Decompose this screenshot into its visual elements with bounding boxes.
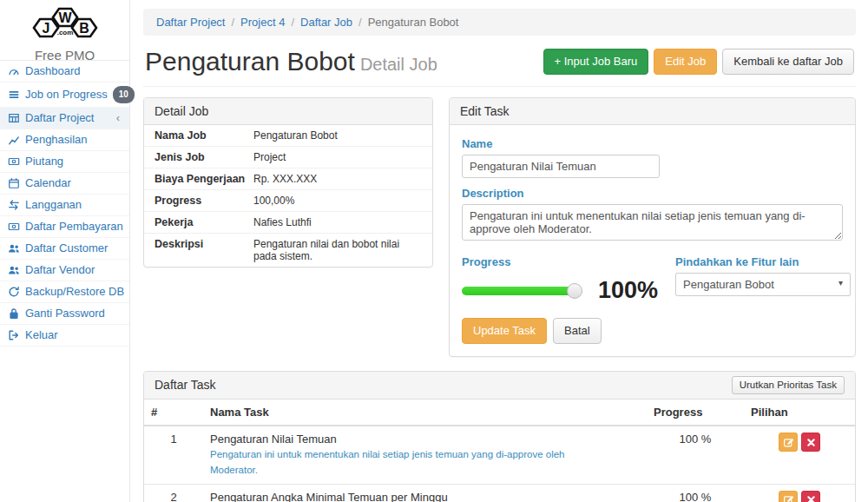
sidebar-item-penghasilan[interactable]: Penghasilan — [0, 129, 129, 151]
detail-value: Project — [253, 151, 422, 163]
users-icon — [8, 242, 20, 254]
sidebar-item-label: Piutang — [25, 155, 122, 168]
sidebar-item-label: Ganti Password — [25, 307, 122, 320]
edit-task-button[interactable] — [779, 491, 798, 502]
sidebar-item-backup-restore[interactable]: Backup/Restore DB — [0, 281, 129, 303]
task-table: # Nama Task Progress Pilihan 1 Pengatura… — [144, 400, 855, 502]
calendar-icon — [8, 177, 20, 189]
sidebar-item-label: Langganan — [25, 198, 122, 212]
detail-job-panel: Detail Job Nama Job Pengaturan Bobot Jen… — [143, 97, 433, 268]
delete-task-button[interactable] — [801, 491, 820, 502]
detail-label: Progress — [155, 195, 253, 207]
edit-job-button[interactable]: Edit Job — [654, 49, 717, 75]
sidebar-item-daftar-project[interactable]: Daftar Project ‹ — [0, 108, 129, 129]
input-job-baru-button[interactable]: + Input Job Baru — [543, 49, 649, 75]
breadcrumb-separator: / — [231, 16, 234, 29]
sidebar-item-ganti-password[interactable]: Ganti Password — [0, 303, 129, 325]
detail-label: Pekerja — [155, 216, 253, 228]
edit-task-panel-title: Edit Task — [450, 98, 855, 125]
breadcrumb-separator: / — [358, 16, 362, 29]
detail-value: Nafies Luthfi — [253, 216, 422, 228]
svg-text:.com: .com — [56, 29, 73, 36]
detail-row-jenis-job: Jenis Job Project — [144, 147, 432, 168]
breadcrumb-separator: / — [291, 16, 294, 29]
refresh-icon — [8, 286, 20, 298]
column-header-num: # — [144, 400, 203, 426]
sidebar-item-label: Keluar — [25, 328, 122, 342]
detail-value: Rp. XXX.XXX — [253, 173, 422, 185]
money-icon — [8, 155, 20, 168]
sidebar-item-label: Job on Progress — [25, 88, 108, 102]
detail-label: Deskripsi — [155, 238, 253, 262]
sidebar-item-daftar-vendor[interactable]: Daftar Vendor — [0, 260, 129, 281]
progress-slider[interactable] — [462, 287, 579, 295]
breadcrumb-link-project-4[interactable]: Project 4 — [240, 16, 285, 29]
task-description: Pengaturan ini untuk menentukan nilai se… — [210, 447, 640, 478]
svg-text:J: J — [42, 21, 49, 36]
task-name: Pengaturan Angka Minimal Temuan per Ming… — [210, 491, 640, 502]
breadcrumb-link-daftar-project[interactable]: Daftar Project — [156, 16, 225, 29]
page-title: Pengaturan Bobot — [145, 47, 355, 76]
sidebar-item-calendar[interactable]: Calendar — [0, 173, 129, 195]
progress-percent-value: 100% — [598, 277, 658, 304]
edit-task-button[interactable] — [779, 433, 798, 452]
breadcrumb-link-daftar-job[interactable]: Daftar Job — [300, 16, 352, 29]
dashboard-icon — [8, 65, 20, 77]
line-chart-icon — [8, 134, 20, 146]
table-row: 1 Pengaturan Nilai Temuan Pengaturan ini… — [144, 426, 855, 484]
sidebar-item-daftar-customer[interactable]: Daftar Customer — [0, 238, 129, 260]
detail-row-pekerja: Pekerja Nafies Luthfi — [144, 212, 432, 234]
task-name: Pengaturan Nilai Temuan — [210, 433, 640, 446]
move-feature-select[interactable]: Pengaturan Bobot — [675, 273, 851, 296]
urutkan-prioritas-task-button-top[interactable]: Urutkan Prioritas Task — [732, 376, 845, 395]
task-name-input[interactable] — [462, 155, 660, 178]
detail-label: Jenis Job — [155, 151, 253, 163]
exchange-icon — [8, 199, 20, 211]
progress-label: Progress — [462, 255, 658, 268]
sidebar-nav: Dashboard Job on Progress 10 Daftar Proj… — [0, 61, 129, 347]
svg-text:W: W — [58, 10, 72, 25]
sidebar-item-label: Dashboard — [25, 64, 122, 78]
sidebar-item-label: Daftar Project — [25, 111, 111, 125]
sidebar-item-job-on-progress[interactable]: Job on Progress 10 — [0, 83, 129, 108]
sidebar-item-dashboard[interactable]: Dashboard — [0, 61, 129, 83]
sidebar-item-langganan[interactable]: Langganan — [0, 195, 129, 216]
task-description-input[interactable]: Pengaturan ini untuk menentukan nilai se… — [462, 204, 843, 241]
sidebar-item-daftar-pembayaran[interactable]: Daftar Pembayaran — [0, 216, 129, 238]
task-number: 2 — [144, 484, 203, 502]
progress-slider-handle[interactable] — [567, 283, 582, 299]
sidebar-item-label: Daftar Customer — [25, 241, 122, 255]
detail-row-deskripsi: Deskripsi Pengaturan nilai dan bobot nil… — [144, 234, 432, 267]
sidebar-item-label: Daftar Pembayaran — [25, 220, 123, 234]
daftar-task-panel: Daftar Task Urutkan Prioritas Task # Nam… — [143, 371, 856, 502]
sidebar: J W B .com Free PMO Dashboard Job on Pro… — [0, 0, 130, 502]
app-logo: J W B .com Free PMO — [0, 0, 129, 61]
edit-task-panel: Edit Task Name Description Pengaturan in… — [449, 97, 856, 357]
detail-job-panel-title: Detail Job — [144, 98, 432, 125]
table-row: 2 Pengaturan Angka Minimal Temuan per Mi… — [144, 484, 855, 502]
delete-task-button[interactable] — [801, 433, 820, 452]
update-task-button[interactable]: Update Task — [462, 318, 547, 344]
sidebar-item-label: Backup/Restore DB — [25, 285, 124, 299]
description-label: Description — [462, 187, 843, 200]
task-progress: 100 % — [647, 426, 744, 484]
sidebar-item-label: Penghasilan — [25, 133, 122, 147]
x-icon — [807, 496, 815, 502]
batal-button[interactable]: Batal — [553, 318, 602, 344]
name-label: Name — [462, 137, 843, 150]
sign-out-icon — [8, 329, 20, 341]
detail-value: Pengaturan nilai dan bobot nilai pada si… — [253, 238, 422, 262]
kembali-ke-daftar-job-button[interactable]: Kembali ke daftar Job — [722, 49, 854, 75]
task-number: 1 — [144, 426, 203, 484]
move-feature-label: Pindahkan ke Fitur lain — [675, 255, 851, 268]
breadcrumb: Daftar Project/Project 4/Daftar Job/Peng… — [143, 9, 856, 36]
sidebar-item-keluar[interactable]: Keluar — [0, 325, 129, 347]
lock-icon — [8, 307, 20, 320]
detail-value: Pengaturan Bobot — [253, 129, 422, 142]
sidebar-item-piutang[interactable]: Piutang — [0, 151, 129, 173]
sidebar-item-label: Calendar — [25, 176, 122, 190]
detail-label: Biaya Pengerjaan — [155, 173, 253, 185]
page-header: Pengaturan BobotDetail Job + Input Job B… — [143, 36, 856, 87]
detail-row-progress: Progress 100,00% — [144, 190, 432, 212]
detail-row-nama-job: Nama Job Pengaturan Bobot — [144, 125, 432, 147]
